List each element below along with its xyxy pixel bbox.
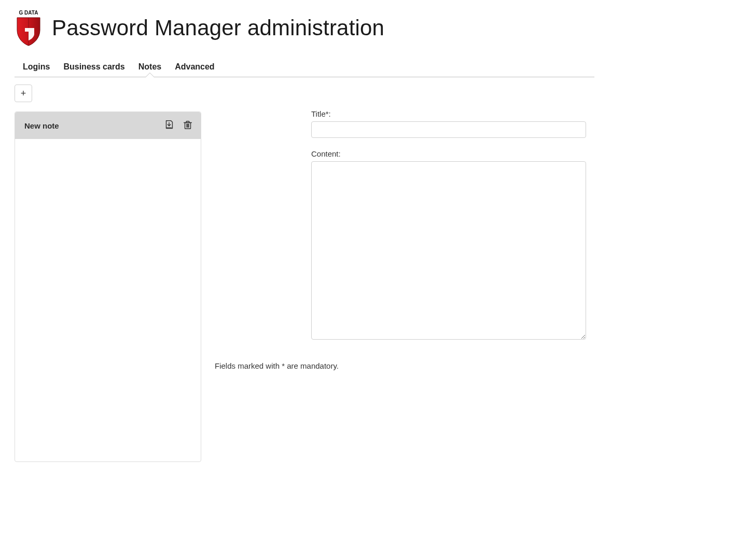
logo-text: G DATA [19,10,38,16]
page-title: Password Manager administration [52,16,384,40]
mandatory-fields-note: Fields marked with * are mandatory. [215,361,586,370]
tab-notes[interactable]: Notes [138,62,161,77]
add-note-button[interactable]: + [15,85,32,102]
tab-advanced[interactable]: Advanced [175,62,214,77]
delete-note-button[interactable] [181,118,194,133]
save-note-button[interactable] [162,118,176,133]
gdata-logo: G DATA [15,9,43,47]
content-label: Content: [311,149,586,158]
tab-business-cards[interactable]: Business cards [63,62,124,77]
title-input[interactable] [311,121,586,138]
tab-bar: Logins Business cards Notes Advanced [15,62,594,77]
title-label: Title*: [311,109,586,118]
notes-list-panel: New note [15,111,201,462]
tab-logins[interactable]: Logins [23,62,50,77]
header: G DATA Password Manager administration [15,9,722,47]
save-icon [163,119,175,132]
note-list-item[interactable]: New note [15,112,201,139]
content-textarea[interactable] [311,161,586,340]
note-item-title: New note [24,121,59,130]
trash-icon [182,119,193,132]
